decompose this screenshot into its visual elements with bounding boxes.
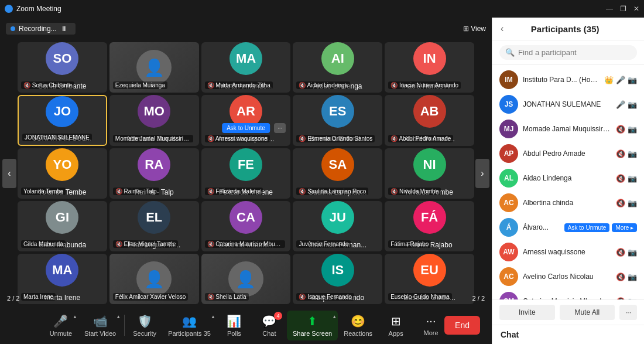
unmuted-icon: 🎤 (616, 76, 625, 84)
close-btn[interactable]: ✕ (633, 5, 639, 13)
participant-name: Aidao Lindenga (523, 174, 611, 182)
video-tile[interactable]: 👤Félix Amilcar Xavier Veloso (109, 254, 199, 304)
share-screen-button[interactable]: ⬆ Share Screen ▲ (287, 311, 338, 340)
video-tile[interactable]: JOJONATHAN SUL...JONATHAN SULEMANE (18, 95, 107, 145)
tile-participant-name: 🔇 Saulina Lampiao Poco (296, 188, 368, 195)
participant-row[interactable]: IMInstituto Para D... (Host, me)👑🎤📷 (492, 67, 644, 92)
muted-icon: 🔇 (616, 125, 625, 134)
reactions-label: Reactions (344, 330, 372, 337)
tile-participant-name: Eusebio Guido Nhama (388, 293, 452, 301)
video-tile[interactable]: SASaulina Lampiao...🔇 Saulina Lampiao Po… (293, 148, 382, 199)
reactions-button[interactable]: 😊 Reactions (338, 311, 378, 340)
video-tile[interactable]: YOYolanda TembeYolanda Tembe (18, 148, 107, 199)
titlebar-controls[interactable]: — ❐ ✕ (606, 5, 639, 13)
video-tile[interactable]: MAMarta IreneMarta Irene (18, 254, 107, 304)
video-tile[interactable]: ARArnessi waquiss...🔇 Arnessi waquissone… (201, 95, 291, 145)
end-meeting-button[interactable]: End (444, 316, 480, 335)
video-tile[interactable]: GIGilda MabundaGilda Mabunda (18, 201, 107, 251)
view-button[interactable]: ⊞ View (463, 25, 486, 33)
video-grid: SOSonia Chibante🔇 Sonia Chibante👤Ezequie… (18, 42, 474, 304)
video-off-icon: 📷 (628, 248, 637, 257)
video-off-icon: 📷 (628, 199, 637, 207)
tile-participant-name: 🔇 Sonia Chibante (21, 81, 74, 89)
video-tile[interactable]: AIAidao Lindenga🔇 Aidao Lindenga (293, 42, 382, 93)
video-tile[interactable]: EUEusebio Guido...Eusebio Guido Nhama (385, 254, 474, 304)
video-tile[interactable]: ELElias Miguel Ta...🔇 Elias Miguel Tamel… (109, 201, 199, 251)
panel-collapse-btn[interactable]: ‹ (501, 23, 503, 34)
chat-badge: 4 (274, 312, 282, 320)
titlebar: Zoom Meeting — ❐ ✕ (0, 0, 644, 18)
chat-section[interactable]: Chat (492, 325, 644, 344)
security-button[interactable]: 🛡️ Security (127, 311, 162, 340)
pause-btn[interactable]: ⏸ (60, 25, 67, 33)
tile-participant-name: Marta Irene (21, 293, 56, 301)
ask-unmute-btn[interactable]: Ask to Unmute (222, 123, 270, 133)
participant-name: JONATHAN SULEMANE (523, 100, 611, 108)
recording-text: Recording... (19, 25, 57, 33)
video-tile[interactable]: FÁFátima RajaboFátima Rajabo (385, 201, 474, 251)
participant-name: Albertina chinda (523, 199, 611, 207)
participant-more-btn[interactable]: More ▸ (612, 223, 637, 232)
tile-participant-name: JONATHAN SULEMANE (22, 134, 92, 141)
participant-row[interactable]: ALAidao Lindenga🔇📷 (492, 166, 644, 190)
video-tile[interactable]: NINivalda Vombe🔇 Nivalda Vombe (385, 148, 474, 199)
video-tile[interactable]: INInacia Nunes Ar...🔇 Inacia Nunes Arman… (385, 42, 474, 93)
polls-label: Polls (227, 330, 241, 337)
polls-button[interactable]: 📊 Polls (217, 311, 252, 340)
participant-row[interactable]: ÁÁlvaro...Ask to UnmuteMore ▸ (492, 215, 644, 240)
tile-participant-name: 🔇 Isaque Fernando (296, 293, 354, 301)
participant-row[interactable]: ACAvelino Carlos Nicolau🔇📷 (492, 264, 644, 289)
tile-participant-name: 🔇 Arnessi waquissone (205, 135, 270, 142)
video-tile[interactable]: ISIsaque Fernando🔇 Isaque Fernando (293, 254, 382, 304)
participant-name: Momade Jamal Muquissirima (523, 125, 611, 133)
participants-button[interactable]: 👥 Participants 35 ▲ (162, 311, 217, 340)
tile-participant-name: Félix Amilcar Xavier Veloso (113, 293, 189, 301)
participant-name: Avelino Carlos Nicolau (523, 273, 611, 281)
participant-row[interactable]: ACAlbertina chinda🔇📷 (492, 190, 644, 215)
video-tile[interactable]: CACatarina Mauric...🔇 Catarina Maurício … (201, 201, 291, 251)
video-tile[interactable]: FEFelizarda Malene🔇 Felizarda Malene (201, 148, 291, 199)
more-label: More (424, 329, 439, 336)
main-layout: Recording... ⏸ ⊞ View ‹ SOSonia Chibante… (0, 18, 644, 344)
video-tile[interactable]: MOMomade Jamal...Momade Jamal Muquissiri… (109, 95, 199, 145)
participant-name: Instituto Para D... (Host, me) (523, 76, 600, 84)
search-input[interactable] (518, 48, 631, 57)
chat-button[interactable]: 4 💬 Chat (252, 311, 287, 340)
video-off-icon: 📷 (628, 76, 637, 84)
maximize-btn[interactable]: ❐ (620, 5, 626, 13)
video-tile[interactable]: 👤Ezequiela Muianga (109, 42, 199, 93)
muted-icon: 🔇 (616, 248, 625, 257)
panel-title: Participants (35) (531, 24, 600, 34)
video-tile[interactable]: SOSonia Chibante🔇 Sonia Chibante (18, 42, 107, 93)
participants-label: Participants 35 (168, 330, 211, 337)
participant-row[interactable]: JSJONATHAN SULEMANE🎤📷 (492, 92, 644, 117)
start-video-button[interactable]: 📹 Start Video ▲ (78, 311, 122, 340)
tile-participant-name: 🔇 Inacia Nunes Armando (388, 81, 461, 89)
more-button[interactable]: ··· More (413, 311, 448, 340)
participant-row[interactable]: APAbdul Pedro Amade🔇📷 (492, 141, 644, 166)
unmute-label: Unmute (50, 330, 73, 337)
prev-page-btn[interactable]: ‹ (2, 159, 16, 188)
mute-all-button[interactable]: Mute All (560, 305, 615, 320)
participant-row[interactable]: AWArnessi waquissone🔇📷 (492, 240, 644, 264)
polls-icon: 📊 (227, 314, 241, 328)
video-tile[interactable]: JUJuvêncio Fernan...Juvêncio Fernando (293, 201, 382, 251)
more-panel-button[interactable]: ··· (619, 305, 637, 320)
minimize-btn[interactable]: — (606, 5, 613, 13)
search-input-wrap: 🔍 (499, 45, 637, 60)
video-tile[interactable]: RARaima - Talp🔇 Raima - Talp (109, 148, 199, 199)
video-tile[interactable]: ESEsmenia Orland...🔇 Esmenia Orlando San… (293, 95, 382, 145)
tile-more-btn[interactable]: ··· (274, 123, 286, 133)
participant-row[interactable]: CMCatarina Mauricio Mbunda🔇📷 (492, 289, 644, 299)
video-tile[interactable]: 👤🔇 Sheila Latia (201, 254, 291, 304)
unmute-icon: 🎤 (53, 314, 68, 328)
video-tile[interactable]: ABAbdul Pedro A...🔇 Abdul Pedro Amade (385, 95, 474, 145)
participant-row[interactable]: MJMomade Jamal Muquissirima🔇📷 (492, 117, 644, 141)
invite-button[interactable]: Invite (499, 305, 555, 320)
next-page-btn[interactable]: › (475, 159, 489, 188)
tile-participant-name: Momade Jamal Muquissirima (113, 135, 194, 142)
video-tile[interactable]: MAMarta Armando...🔇 Marta Armando Zitha (201, 42, 291, 93)
unmute-button[interactable]: 🎤 Unmute ▲ (43, 311, 78, 340)
apps-button[interactable]: ⊞ Apps (378, 311, 413, 340)
participant-ask-unmute-btn[interactable]: Ask to Unmute (564, 223, 610, 232)
